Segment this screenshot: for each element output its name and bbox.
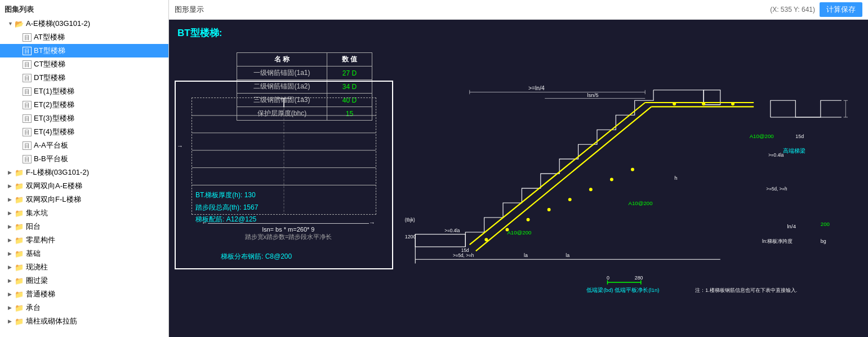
expand-icon: ▶ xyxy=(8,170,15,175)
sidebar-item-ct2[interactable]: ▶📁承台 xyxy=(0,301,168,314)
sidebar-item-label: 集水坑 xyxy=(26,208,48,218)
expand-icon: ▶ xyxy=(8,291,15,297)
svg-text:ln/4: ln/4 xyxy=(787,223,796,229)
sidebar-item-label: ET(1)型楼梯 xyxy=(34,86,74,96)
folder-icon: 📁 xyxy=(15,168,24,177)
svg-text:A10@200: A10@200 xyxy=(629,200,653,206)
sidebar-item-at[interactable]: 目AT型楼梯 xyxy=(0,30,168,44)
svg-point-16 xyxy=(568,198,572,201)
table-cell-value: 27 D xyxy=(327,66,372,80)
sidebar-item-label: 圈过梁 xyxy=(26,276,48,286)
header-right: (X: 535 Y: 641) 计算保存 xyxy=(770,2,862,17)
sidebar-item-ct[interactable]: 目CT型楼梯 xyxy=(0,57,168,71)
sidebar-item-label: 阳台 xyxy=(26,221,41,232)
sidebar-item-fl-group[interactable]: ▶📁F-L楼梯(03G101-2) xyxy=(0,166,168,179)
fp-step-desc: 踏步宽x踏步数=踏步段水平净长 xyxy=(187,233,390,241)
sidebar-item-label: ET(3)型楼梯 xyxy=(34,113,74,123)
sidebar: 图集列表 ▼📂A-E楼梯(03G101-2)目AT型楼梯目BT型楼梯目CT型楼梯… xyxy=(0,0,169,337)
svg-text:la: la xyxy=(566,252,569,258)
svg-text:A10@200: A10@200 xyxy=(750,133,774,139)
item-icon: 目 xyxy=(23,74,32,82)
sidebar-item-ptlt[interactable]: ▶📁普通楼梯 xyxy=(0,287,168,301)
svg-text:>=0.4la: >=0.4la xyxy=(768,153,784,158)
item-icon: 目 xyxy=(23,128,32,136)
fp-dist-rebar: 梯板分布钢筋: C8@200 xyxy=(221,252,292,261)
sidebar-item-label: 零星构件 xyxy=(26,235,55,245)
expand-icon: ▶ xyxy=(8,318,15,324)
sidebar-item-qzlj[interactable]: ▶📁墙柱或砌体拉筋 xyxy=(0,314,168,328)
stair-svg: >=ln/4 lsn/5 A10@200 A10@200 A10@200 xyxy=(403,54,862,331)
sidebar-item-dw-fl[interactable]: ▶📁双网双向F-L楼梯 xyxy=(0,193,168,206)
table-cell-name: 一级钢筋锚固(1a1) xyxy=(237,66,327,80)
folder-icon: 📁 xyxy=(15,236,24,245)
svg-text:0: 0 xyxy=(607,275,609,281)
expand-icon: ▶ xyxy=(8,264,15,270)
fp-arrow: → xyxy=(177,143,183,149)
folder-icon: 📁 xyxy=(15,223,24,231)
svg-text:>=0.4la: >=0.4la xyxy=(444,228,460,233)
expand-icon: ▶ xyxy=(8,278,15,283)
svg-text:>=ln/4: >=ln/4 xyxy=(528,85,545,91)
sidebar-item-ae-group[interactable]: ▼📂A-E楼梯(03G101-2) xyxy=(0,17,168,30)
sidebar-item-label: CT型楼梯 xyxy=(34,59,65,69)
stair-diagram: >=ln/4 lsn/5 A10@200 A10@200 A10@200 xyxy=(403,54,862,331)
main-content: 图形显示 (X: 535 Y: 641) 计算保存 BT型楼梯: 名 称 数 值 xyxy=(169,0,868,337)
svg-text:15d: 15d xyxy=(795,134,804,139)
sidebar-item-jsk[interactable]: ▶📁集水坑 xyxy=(0,206,168,220)
sidebar-item-dt[interactable]: 目DT型楼梯 xyxy=(0,71,168,85)
sidebar-item-label: 普通楼梯 xyxy=(26,289,55,299)
sidebar-item-et1[interactable]: 目ET(1)型楼梯 xyxy=(0,85,168,98)
floor-plan-box: → BT.梯板厚度(h): 130 踏步段总高(th): 1567 梯板配筋: … xyxy=(175,81,393,269)
sidebar-item-label: AT型楼梯 xyxy=(34,32,65,42)
calc-save-button[interactable]: 计算保存 xyxy=(820,2,862,17)
svg-point-17 xyxy=(589,188,593,191)
fp-thickness: BT.梯板厚度(h): 130 xyxy=(195,189,258,202)
svg-text:h: h xyxy=(674,175,677,181)
sidebar-item-label: B-B平台板 xyxy=(34,154,68,164)
svg-text:la: la xyxy=(524,252,528,258)
item-icon: 目 xyxy=(23,101,32,109)
sidebar-item-bb[interactable]: 目B-B平台板 xyxy=(0,152,168,166)
fp-lsn: ←——————————————————————————→ lsn= bs * m… xyxy=(187,219,390,241)
sidebar-item-label: 基础 xyxy=(26,249,41,259)
sidebar-item-ljgj[interactable]: ▶📁零星构件 xyxy=(0,233,168,247)
sidebar-item-label: ET(4)型楼梯 xyxy=(34,127,74,137)
sidebar-item-xzz[interactable]: ▶📁现浇柱 xyxy=(0,260,168,274)
folder-icon: 📂 xyxy=(15,20,24,28)
sidebar-item-label: BT型楼梯 xyxy=(34,46,65,56)
sidebar-item-bt[interactable]: 目BT型楼梯 xyxy=(0,44,168,57)
svg-text:280: 280 xyxy=(635,275,643,281)
sidebar-item-dw-ae[interactable]: ▶📁双网双向A-E楼梯 xyxy=(0,179,168,193)
svg-point-19 xyxy=(631,168,634,171)
sidebar-item-et4[interactable]: 目ET(4)型楼梯 xyxy=(0,125,168,139)
sidebar-item-et3[interactable]: 目ET(3)型楼梯 xyxy=(0,112,168,125)
sidebar-item-label: 双网双向F-L楼梯 xyxy=(26,194,81,205)
sidebar-item-label: ET(2)型楼梯 xyxy=(34,100,74,110)
svg-text:>=5d, >=h: >=5d, >=h xyxy=(766,187,787,192)
item-icon: 目 xyxy=(23,47,32,55)
item-icon: 目 xyxy=(23,114,32,123)
folder-icon: 📁 xyxy=(15,277,24,285)
item-icon: 目 xyxy=(23,60,32,69)
folder-icon: 📁 xyxy=(15,250,24,258)
svg-text:注：1.楼梯板钢筋信息也可在下表中直接输入.: 注：1.楼梯板钢筋信息也可在下表中直接输入. xyxy=(695,287,797,293)
sidebar-item-label: 现浇柱 xyxy=(26,262,48,272)
svg-text:bg: bg xyxy=(821,238,826,244)
table-header-name: 名 称 xyxy=(237,53,327,66)
sidebar-item-yt[interactable]: ▶📁阳台 xyxy=(0,220,168,233)
sidebar-item-aa[interactable]: 目A-A平台板 xyxy=(0,139,168,152)
fp-lsn-formula: lsn= bs * m=260* 9 xyxy=(187,226,390,233)
item-icon: 目 xyxy=(23,141,32,150)
folder-icon: 📁 xyxy=(15,304,24,312)
sidebar-item-gcl[interactable]: ▶📁圈过梁 xyxy=(0,274,168,287)
expand-icon: ▶ xyxy=(8,197,15,202)
table-row: 一级钢筋锚固(1a1)27 D xyxy=(237,66,372,80)
svg-text:A10@200: A10@200 xyxy=(507,229,531,236)
app-container: 图集列表 ▼📂A-E楼梯(03G101-2)目AT型楼梯目BT型楼梯目CT型楼梯… xyxy=(0,0,868,337)
coordinates-text: (X: 535 Y: 641) xyxy=(770,6,815,14)
sidebar-item-jc[interactable]: ▶📁基础 xyxy=(0,247,168,260)
folder-icon: 📁 xyxy=(15,209,24,218)
expand-icon: ▶ xyxy=(8,224,15,229)
main-header: 图形显示 (X: 535 Y: 641) 计算保存 xyxy=(169,0,868,20)
sidebar-item-et2[interactable]: 目ET(2)型楼梯 xyxy=(0,98,168,112)
